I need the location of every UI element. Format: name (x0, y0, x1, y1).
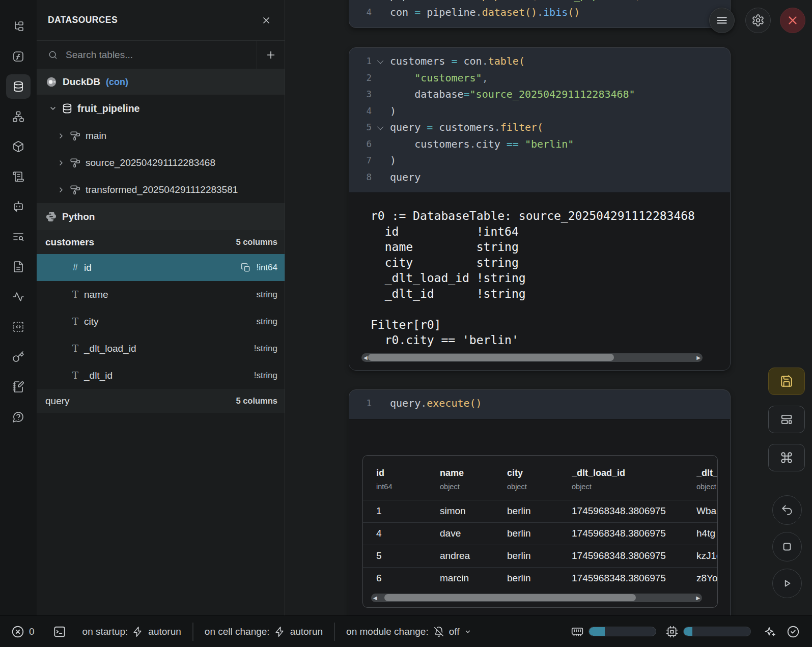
stop-button[interactable] (772, 532, 802, 561)
python-section-label: Python (62, 211, 95, 222)
text-search-icon[interactable] (6, 224, 31, 249)
undo-button[interactable] (772, 495, 802, 525)
column-row-name[interactable]: T name string (37, 281, 285, 308)
functions-icon[interactable] (6, 44, 31, 69)
tree-schema-label: main (86, 130, 106, 142)
packages-icon[interactable] (6, 134, 31, 159)
documentation-icon[interactable] (6, 255, 31, 279)
cell-menu-button[interactable] (709, 8, 735, 33)
scratchpad-icon[interactable] (6, 375, 31, 399)
database-icon (62, 103, 73, 114)
scroll-right-arrow[interactable]: ▶ (694, 594, 702, 602)
code-editor[interactable]: 1customers = con.table(2 "customers",3 d… (349, 48, 730, 192)
column-type: !int64 (256, 263, 277, 273)
column-row-id[interactable]: # id !int64 (37, 254, 285, 281)
tree-schema-main[interactable]: main (37, 122, 285, 149)
table-header-customers[interactable]: customers 5 columns (37, 230, 285, 254)
connection-duckdb[interactable]: DuckDB (con) (37, 69, 285, 95)
tree-database-label: fruit_pipeline (77, 103, 139, 115)
close-panel-icon[interactable] (261, 15, 271, 25)
tree-schema-transformed[interactable]: transformed_202504291112283581 (37, 176, 285, 203)
chevron-right-icon (57, 186, 65, 194)
ai-chat-icon[interactable] (6, 194, 31, 219)
column-type: string (256, 290, 277, 300)
status-bar: 0 on startup: autorun on cell change: au… (0, 615, 812, 647)
secrets-icon[interactable] (6, 345, 31, 369)
cpu-usage-meter (683, 627, 751, 636)
code-editor[interactable]: 1query.execute() (349, 390, 730, 419)
cell-output: r0 := DatabaseTable: source_202504291112… (349, 192, 730, 370)
tree-database-fruit_pipeline[interactable]: fruit_pipeline (37, 95, 285, 122)
result-column-header[interactable]: _dlt_idobject (696, 468, 718, 491)
column-row-dlt-id[interactable]: T _dlt_id !string (37, 362, 285, 389)
add-datasource-button[interactable] (257, 41, 285, 69)
result-column-header[interactable]: _dlt_load_idobject (572, 468, 696, 491)
logs-icon[interactable] (6, 164, 31, 189)
text-type-icon: T (69, 316, 82, 327)
connection-alias: (con) (106, 77, 128, 88)
python-icon (45, 211, 57, 222)
table-row[interactable]: 4daveberlin1745968348.3806975h4tg (363, 522, 717, 545)
scroll-left-arrow[interactable]: ◀ (371, 594, 379, 602)
help-icon[interactable] (6, 405, 31, 429)
horizontal-scrollbar[interactable]: ◀ ▶ (371, 594, 702, 602)
text-type-icon: T (69, 370, 82, 381)
cell-setup[interactable]: 3pipeline = dlt.pipeline("fruit_pipeline… (349, 0, 731, 28)
errors-indicator[interactable]: 0 (11, 625, 35, 638)
chevron-right-icon (57, 132, 65, 140)
horizontal-scrollbar[interactable]: ◀ ▶ (361, 353, 703, 362)
command-palette-button[interactable] (768, 444, 805, 471)
scrollbar-thumb[interactable] (368, 354, 613, 361)
result-table-body: 1simonberlin1745968348.3806975Wba4davebe… (363, 500, 717, 589)
table-header-query[interactable]: query 5 columns (37, 389, 285, 413)
copy-icon[interactable] (241, 263, 251, 273)
scroll-right-arrow[interactable]: ▶ (694, 353, 703, 362)
datasources-icon[interactable] (6, 74, 31, 99)
cell-execute[interactable]: 1query.execute() idint64nameobjectcityob… (349, 389, 731, 634)
on-module-change-setting[interactable]: on module change: off (346, 626, 471, 637)
bell-off-icon (433, 626, 444, 637)
column-row-city[interactable]: T city string (37, 308, 285, 335)
on-startup-setting[interactable]: on startup: autorun (82, 626, 181, 637)
divider (192, 623, 193, 641)
dependencies-icon[interactable] (6, 104, 31, 129)
table-row[interactable]: 5andreaberlin1745968348.3806975kzJ1d (363, 545, 717, 567)
notebook-area: 3pipeline = dlt.pipeline("fruit_pipeline… (285, 0, 812, 647)
shutdown-close-button[interactable] (780, 8, 805, 33)
save-button[interactable] (768, 368, 805, 395)
result-column-header[interactable]: idint64 (363, 468, 440, 491)
result-column-header[interactable]: nameobject (440, 468, 507, 491)
terminal-button[interactable] (53, 625, 66, 638)
cell-query[interactable]: 1customers = con.table(2 "customers",3 d… (349, 47, 731, 371)
x-circle-icon (11, 625, 24, 638)
result-column-header[interactable]: cityobject (507, 468, 572, 491)
ibis-expression-output: r0 := DatabaseTable: source_202504291112… (349, 208, 730, 348)
divider (334, 623, 335, 641)
connection-status-check-icon[interactable] (787, 625, 800, 638)
file-tree-icon[interactable] (6, 14, 31, 39)
snippets-icon[interactable] (6, 315, 31, 339)
zap-icon (274, 626, 286, 637)
schema-icon (70, 130, 81, 142)
table-row[interactable]: 1simonberlin1745968348.3806975Wba (363, 500, 717, 522)
table-row[interactable]: 6marcinberlin1745968348.3806975z8Yo (363, 567, 717, 589)
tree-schema-label: transformed_202504291112283581 (86, 184, 238, 195)
table-name: customers (45, 237, 94, 248)
layout-toggle-button[interactable] (768, 406, 805, 433)
run-all-button[interactable] (772, 569, 802, 598)
search-input[interactable] (66, 49, 245, 61)
column-row-dlt-load-id[interactable]: T _dlt_load_id !string (37, 335, 285, 362)
connection-name: DuckDB (63, 76, 100, 88)
ai-sparkles-icon[interactable] (763, 625, 776, 638)
on-cell-change-setting[interactable]: on cell change: autorun (205, 626, 323, 637)
scrollbar-thumb[interactable] (384, 594, 636, 601)
tree-schema-source[interactable]: source_202504291112283468 (37, 149, 285, 176)
result-table-header: idint64nameobjectcityobject_dlt_load_ido… (363, 456, 717, 500)
datasources-panel: DATASOURCES DuckDB (con) fruit_pipeline … (37, 0, 285, 615)
tracing-icon[interactable] (6, 285, 31, 309)
settings-gear-icon[interactable] (745, 8, 771, 33)
code-editor[interactable]: 3pipeline = dlt.pipeline("fruit_pipeline… (349, 0, 730, 27)
table-column-count: 5 columns (236, 396, 277, 406)
terminal-icon (53, 625, 66, 638)
chevron-down-icon (464, 628, 471, 635)
